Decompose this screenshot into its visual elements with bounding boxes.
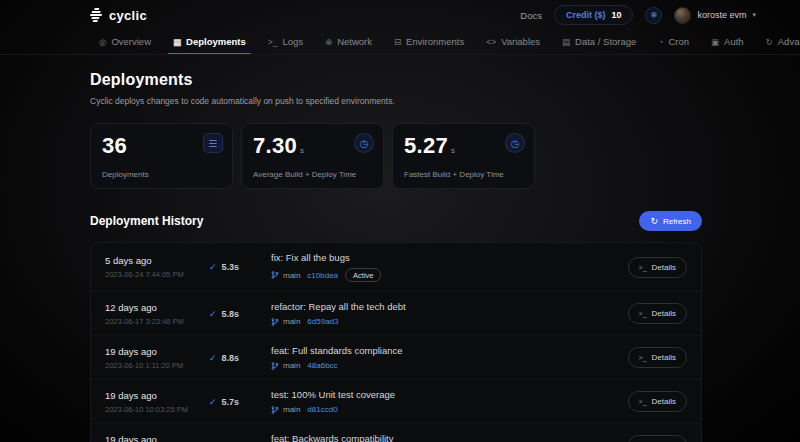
deploy-age: 5 days ago	[105, 255, 209, 266]
build-duration: 8.8s	[222, 353, 240, 363]
deployment-history-list: 5 days ago2023-06-24 7:44:05 PM✓5.3sfix:…	[90, 242, 702, 442]
chevron-down-icon: ▾	[752, 11, 756, 19]
success-check-icon: ✓	[209, 353, 217, 363]
stat-label: Deployments	[102, 170, 149, 179]
username: koroste evm	[697, 10, 746, 20]
details-label: Details	[652, 263, 676, 272]
details-button[interactable]: >_Details	[628, 391, 687, 412]
terminal-prompt-icon: >_	[639, 354, 647, 361]
refresh-button[interactable]: ↻ Refresh	[639, 211, 702, 231]
tab-label: Deployments	[186, 36, 246, 47]
stat-card-deployments: 36 ☰ Deployments	[90, 123, 233, 189]
stat-card-average-time: 7.30s ◷ Average Build + Deploy Time	[241, 123, 384, 189]
details-button[interactable]: >_Details	[628, 347, 687, 368]
git-branch-icon	[271, 318, 279, 326]
cyclic-logo[interactable]: cyclic	[90, 8, 147, 23]
details-button[interactable]: >_Details	[628, 303, 687, 324]
branch-name: main	[283, 317, 300, 326]
stat-cards: 36 ☰ Deployments 7.30s ◷ Average Build +…	[90, 123, 800, 189]
stat-unit: s	[300, 146, 304, 155]
credit-value: 10	[611, 10, 621, 20]
overview-icon: ◎	[99, 37, 106, 47]
stat-label: Average Build + Deploy Time	[253, 170, 356, 179]
tab-cron[interactable]: ◔Cron	[647, 33, 700, 55]
deploy-age: 19 days ago	[105, 390, 209, 401]
refresh-icon: ↻	[650, 216, 658, 226]
deployment-row: 19 days ago2023-06-10 10:03:25 PM✓5.7ste…	[91, 380, 701, 424]
branch-name: main	[283, 271, 300, 280]
deployment-row: 19 days ago2023-06-10 1:11:20 PM✓8.8sfea…	[91, 336, 701, 380]
commit-message: fix: Fix all the bugs	[271, 252, 628, 263]
deploy-timestamp: 2023-06-10 1:11:20 PM	[105, 361, 209, 370]
branch-name: main	[283, 361, 300, 370]
tab-environments[interactable]: ⊟Environments	[383, 33, 475, 55]
deployment-row: 12 days ago2023-06-17 3:23:48 PM✓5.8sref…	[91, 292, 701, 336]
commit-message: test: 100% Unit test coverage	[271, 389, 628, 400]
success-check-icon: ✓	[209, 309, 217, 319]
logo-text: cyclic	[109, 8, 147, 23]
git-branch-icon	[271, 406, 279, 414]
build-duration: 5.7s	[222, 397, 240, 407]
stat-value: 5.27	[404, 133, 448, 159]
details-label: Details	[652, 309, 676, 318]
speedometer-icon: ◷	[505, 133, 525, 153]
docs-link[interactable]: Docs	[520, 10, 542, 21]
auth-icon: ▣	[711, 37, 719, 47]
refresh-label: Refresh	[663, 217, 691, 226]
tab-data-storage[interactable]: ▤Data / Storage	[551, 33, 647, 55]
build-duration: 5.3s	[222, 262, 240, 272]
terminal-prompt-icon: >_	[639, 398, 647, 405]
details-label: Details	[652, 397, 676, 406]
user-menu[interactable]: koroste evm ▾	[674, 7, 756, 24]
deployment-row: 5 days ago2023-06-24 7:44:05 PM✓5.3sfix:…	[91, 243, 701, 292]
data-storage-icon: ▤	[562, 37, 570, 47]
history-title: Deployment History	[90, 214, 203, 228]
page-subtitle: Cyclic deploys changes to code automatic…	[90, 96, 800, 106]
tab-label: Auth	[724, 36, 744, 47]
cron-icon: ◔	[658, 37, 663, 47]
credit-button[interactable]: Credit ($) 10	[554, 5, 634, 25]
variables-icon: <>	[486, 37, 496, 47]
credit-label: Credit ($)	[566, 10, 606, 20]
git-branch-icon	[271, 362, 279, 370]
deploy-age: 19 days ago	[105, 346, 209, 357]
deployments-icon: ▦	[173, 37, 181, 47]
tab-logs[interactable]: >_Logs	[257, 33, 314, 55]
git-branch-icon	[271, 271, 279, 279]
tab-label: Environments	[406, 36, 464, 47]
nav-tabs: ◎Overview▦Deployments>_Logs⊕Network⊟Envi…	[0, 30, 800, 55]
tab-deployments[interactable]: ▦Deployments	[162, 33, 257, 55]
commit-hash-link[interactable]: c10bdea	[307, 271, 338, 280]
tab-auth[interactable]: ▣Auth	[700, 33, 755, 55]
commit-hash-link[interactable]: 48a6bcc	[307, 361, 337, 370]
build-duration: 5.8s	[222, 309, 240, 319]
tab-network[interactable]: ⊕Network	[314, 33, 383, 55]
details-label: Details	[652, 353, 676, 362]
cyclic-bolt-icon	[89, 8, 104, 22]
deploy-timestamp: 2023-06-17 3:23:48 PM	[105, 317, 209, 326]
commit-hash-link[interactable]: d81ccd0	[307, 405, 337, 414]
deployment-row: 19 days ago2023-06-10 10:17:39 AM✓7.6sfe…	[91, 424, 701, 442]
network-icon: ⊕	[325, 37, 332, 47]
details-button[interactable]: >_Details	[628, 257, 687, 278]
active-badge: Active	[345, 268, 381, 282]
logs-icon: >_	[268, 37, 278, 47]
terminal-prompt-icon: >_	[639, 264, 647, 271]
avatar	[674, 7, 691, 24]
tab-label: Data / Storage	[575, 36, 636, 47]
tab-label: Advanced	[778, 36, 800, 47]
top-bar: cyclic Docs Credit ($) 10 ❄ koroste evm …	[0, 0, 800, 30]
tab-label: Overview	[111, 36, 151, 47]
tab-variables[interactable]: <>Variables	[475, 33, 551, 55]
success-check-icon: ✓	[209, 262, 217, 272]
tab-label: Cron	[668, 36, 689, 47]
tab-overview[interactable]: ◎Overview	[88, 33, 162, 55]
snowflake-button[interactable]: ❄	[645, 7, 662, 24]
commit-message: feat: Full standards compliance	[271, 345, 628, 356]
commit-hash-link[interactable]: 6d59ad3	[307, 317, 338, 326]
deployments-stack-icon: ☰	[203, 133, 223, 153]
page-title: Deployments	[90, 71, 800, 89]
details-button[interactable]: >_Details	[628, 435, 687, 442]
terminal-prompt-icon: >_	[639, 310, 647, 317]
tab-advanced[interactable]: ↻Advanced	[755, 33, 800, 55]
